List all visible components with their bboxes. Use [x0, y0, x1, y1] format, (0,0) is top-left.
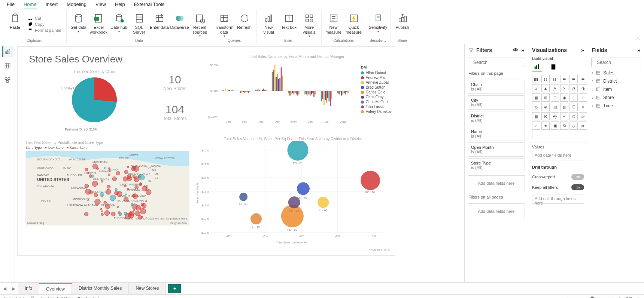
menu-home[interactable]: Home — [24, 1, 37, 9]
visual-kpi-total-stores[interactable]: 104 Total Stores — [149, 103, 201, 122]
filters-search[interactable] — [468, 58, 525, 67]
filter-card-chain[interactable]: Chainis (All) — [468, 80, 525, 94]
report-canvas[interactable]: Store Sales Overview This Year Sales by … — [15, 44, 464, 282]
visual-map[interactable]: This Year Sales by PostalCode and Store … — [25, 140, 190, 226]
page-tab-district-monthly-sales[interactable]: District Monthly Sales — [72, 283, 129, 294]
viz-type-7[interactable]: ▲ — [541, 84, 550, 92]
viz-type-11[interactable]: ◑ — [579, 84, 587, 92]
more-icon[interactable]: ⋯ — [520, 195, 524, 200]
viz-type-33[interactable]: ⧉ — [560, 122, 568, 130]
menu-insert[interactable]: Insert — [46, 1, 58, 7]
collapse-ribbon-button[interactable]: ︿ — [636, 35, 640, 42]
cut-button[interactable]: Cut — [28, 16, 62, 21]
filter-card-open-month[interactable]: Open Monthis (All) — [468, 142, 525, 157]
text-box-button[interactable]: Text box — [279, 11, 299, 38]
dataverse-button[interactable]: Dataverse — [170, 11, 189, 38]
format-visual-tab[interactable] — [549, 62, 558, 72]
viz-type-24[interactable]: ▦ — [532, 112, 540, 120]
visual-bar-variance[interactable]: Total Sales Variance by FiscalMonth and … — [201, 54, 392, 129]
keep-filters-toggle[interactable]: On — [571, 184, 584, 190]
viz-type-8[interactable]: ⋀ — [551, 84, 559, 92]
viz-type-4[interactable]: 〓 — [569, 75, 578, 83]
viz-type-22[interactable]: E — [569, 103, 578, 111]
recent-sources-button[interactable]: Recent sources▾ — [190, 11, 210, 38]
report-view-button[interactable] — [2, 46, 13, 57]
excel-workbook-button[interactable]: Excel workbook — [89, 11, 109, 38]
build-visual-tab[interactable] — [532, 62, 542, 72]
viz-type-20[interactable]: ▤ — [551, 103, 559, 111]
viz-type-18[interactable]: ⊘ — [532, 103, 540, 111]
viz-type-26[interactable]: Py — [551, 112, 559, 120]
viz-type-3[interactable]: 〓 — [560, 75, 568, 83]
viz-type-36[interactable]: ⋯ — [532, 131, 540, 139]
data-view-button[interactable] — [2, 61, 13, 71]
filters-all-dropzone[interactable]: Add data fields here — [468, 203, 525, 219]
new-visual-button[interactable]: New visual — [259, 11, 279, 38]
viz-type-21[interactable]: ▥ — [560, 103, 568, 111]
add-page-button[interactable]: + — [168, 284, 181, 293]
field-table-store[interactable]: ›Store — [588, 93, 644, 102]
viz-type-12[interactable]: ▦ — [532, 93, 540, 102]
get-data-button[interactable]: Get data▾ — [69, 11, 88, 38]
drillthrough-well[interactable]: Add drill-through fields here — [532, 194, 584, 204]
visual-kpi-new-stores[interactable]: 10 New Stores — [149, 73, 201, 92]
viz-type-19[interactable]: ⊗ — [541, 103, 550, 111]
viz-type-5[interactable]: 〓 — [579, 75, 587, 83]
viz-type-0[interactable]: ▮▮ — [532, 75, 540, 83]
cross-report-toggle[interactable]: Off — [571, 174, 584, 180]
menu-view[interactable]: View — [95, 1, 106, 7]
paste-button[interactable]: Paste — [5, 11, 25, 38]
field-table-sales[interactable]: ›Sales — [588, 69, 644, 77]
filter-card-store-type[interactable]: Store Typeis (All) — [468, 158, 525, 172]
viz-type-13[interactable]: ⊞ — [541, 93, 550, 102]
viz-type-6[interactable]: ⍋ — [532, 84, 540, 92]
eye-icon[interactable]: 👁 — [513, 47, 518, 53]
prev-page-button[interactable]: ◀ — [0, 286, 9, 291]
viz-type-9[interactable]: ✕ — [560, 84, 568, 92]
viz-type-34[interactable]: ◇ — [569, 122, 578, 130]
transform-data-button[interactable]: Transform data▾ — [215, 11, 234, 38]
viz-type-15[interactable]: ◉ — [560, 93, 568, 102]
viz-type-17[interactable]: ⊕ — [579, 93, 587, 102]
collapse-viz-button[interactable]: » — [581, 47, 584, 53]
page-tab-new-stores[interactable]: New Stores — [129, 283, 166, 294]
more-icon[interactable]: ⋯ — [520, 71, 524, 76]
field-table-item[interactable]: ›Item — [588, 85, 644, 93]
page-tab-overview[interactable]: Overview — [39, 283, 72, 294]
viz-type-16[interactable]: ◌ — [569, 93, 578, 102]
fit-page-button[interactable]: ▭ — [637, 296, 640, 298]
fields-search[interactable] — [591, 58, 641, 67]
quick-measure-button[interactable]: Quick measure — [344, 11, 364, 38]
visual-pie[interactable]: This Year Sales by Chain Lindseys $6M Fa… — [48, 69, 141, 123]
viz-type-27[interactable]: ⌁ — [560, 112, 568, 120]
field-table-district[interactable]: ›District — [588, 77, 644, 85]
filter-card-district[interactable]: Districtis (All) — [468, 111, 525, 125]
menu-file[interactable]: File — [7, 1, 15, 7]
page-tab-info[interactable]: Info — [18, 283, 39, 294]
publish-button[interactable]: Publish — [393, 11, 412, 38]
viz-type-30[interactable]: ⎚ — [532, 122, 540, 130]
filters-page-dropzone[interactable]: Add data fields here — [468, 175, 525, 191]
copy-button[interactable]: Copy — [28, 22, 62, 27]
viz-type-10[interactable]: ◔ — [569, 84, 578, 92]
data-hub-button[interactable]: Data hub▾ — [109, 11, 129, 38]
viz-type-31[interactable]: ★ — [541, 122, 550, 130]
viz-type-29[interactable]: ⌲ — [579, 112, 587, 120]
viz-type-35[interactable]: ≫ — [579, 122, 587, 130]
viz-type-1[interactable]: ⫿⫿ — [541, 75, 550, 83]
field-table-time[interactable]: ›Time — [588, 102, 644, 110]
new-measure-button[interactable]: New measure — [324, 11, 343, 38]
sql-server-button[interactable]: SQL Server — [130, 11, 149, 38]
viz-type-32[interactable]: ▣ — [551, 122, 559, 130]
viz-type-14[interactable]: ⊡ — [551, 93, 559, 102]
menu-help[interactable]: Help — [115, 1, 125, 7]
visual-scatter[interactable]: Total Sales Variance %, Sales Per Sq Ft … — [194, 136, 392, 252]
enter-data-button[interactable]: Enter data — [150, 11, 169, 38]
viz-type-2[interactable]: ⫿⫿ — [551, 75, 559, 83]
menu-modeling[interactable]: Modeling — [67, 1, 86, 7]
menu-external-tools[interactable]: External Tools — [134, 1, 164, 7]
refresh-button[interactable]: Refresh — [235, 11, 254, 38]
collapse-fields-button[interactable]: » — [637, 47, 640, 53]
next-page-button[interactable]: ▶ — [9, 286, 18, 291]
values-well[interactable]: Add data fields here — [532, 151, 584, 160]
